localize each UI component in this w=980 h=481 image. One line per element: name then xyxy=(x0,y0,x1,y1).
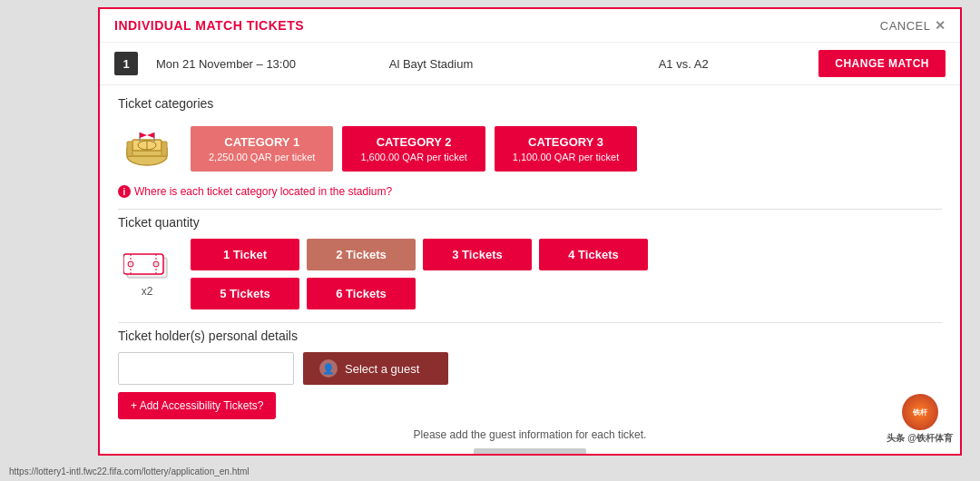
accessibility-button[interactable]: + Add Accessibility Tickets? xyxy=(118,392,276,419)
modal-title: INDIVIDUAL MATCH TICKETS xyxy=(114,18,304,33)
cat-2-price: 1,600.00 QAR per ticket xyxy=(360,152,466,162)
modal-header: INDIVIDUAL MATCH TICKETS CANCEL ✕ xyxy=(100,9,960,43)
accessibility-label: + Add Accessibility Tickets? xyxy=(131,399,263,412)
cat-3-name: CATEGORY 3 xyxy=(513,135,619,149)
footer-url: https://lottery1-intl.fwc22.fifa.com/lot… xyxy=(9,466,250,476)
qty-6-button[interactable]: 6 Tickets xyxy=(307,278,416,309)
svg-rect-6 xyxy=(162,142,167,156)
watermark: 铁杆 头条 @铁杆体育 xyxy=(887,394,953,445)
qty-2-button[interactable]: 2 Tickets xyxy=(307,239,416,270)
categories-buttons: CATEGORY 1 2,250.00 QAR per ticket CATEG… xyxy=(191,126,637,172)
ticket-quantity-section: Ticket quantity x2 xyxy=(118,215,942,309)
info-text: Where is each ticket category located in… xyxy=(134,185,392,198)
close-icon: ✕ xyxy=(935,18,946,33)
divider-2 xyxy=(118,322,942,323)
category-1-button[interactable]: CATEGORY 1 2,250.00 QAR per ticket xyxy=(191,126,333,172)
svg-marker-8 xyxy=(140,133,147,138)
quantity-title: Ticket quantity xyxy=(118,215,942,230)
divider-1 xyxy=(118,209,942,210)
qty-5-button[interactable]: 5 Tickets xyxy=(191,278,299,309)
cat-3-price: 1,100.00 QAR per ticket xyxy=(513,152,619,162)
holder-row: 👤 Select a guest xyxy=(118,352,942,385)
watermark-text: 头条 @铁杆体育 xyxy=(887,432,953,445)
category-3-button[interactable]: CATEGORY 3 1,100.00 QAR per ticket xyxy=(495,126,637,172)
svg-point-15 xyxy=(128,261,133,267)
svg-point-16 xyxy=(153,261,159,267)
watermark-logo: 铁杆 xyxy=(902,394,938,430)
cancel-label: CANCEL xyxy=(880,19,931,33)
modal-body: Ticket categories xyxy=(100,85,960,454)
holder-title: Ticket holder(s) personal details xyxy=(118,329,942,343)
match-teams: A1 vs. A2 xyxy=(566,57,800,71)
category-info-link[interactable]: i Where is each ticket category located … xyxy=(118,185,942,198)
match-date: Mon 21 November – 13:00 xyxy=(156,57,296,71)
info-icon: i xyxy=(118,185,131,198)
cat-1-price: 2,250.00 QAR per ticket xyxy=(209,152,315,162)
categories-row: CATEGORY 1 2,250.00 QAR per ticket CATEG… xyxy=(118,120,942,178)
holder-name-input[interactable] xyxy=(118,352,294,385)
stadium-icon xyxy=(118,120,176,178)
category-2-button[interactable]: CATEGORY 2 1,600.00 QAR per ticket xyxy=(342,126,485,172)
cat-1-name: CATEGORY 1 xyxy=(209,135,315,149)
svg-rect-5 xyxy=(127,142,132,156)
select-guest-button[interactable]: 👤 Select a guest xyxy=(303,352,448,385)
ticket-x2-label: x2 xyxy=(142,285,153,298)
page-wrapper: INDIVIDUAL MATCH TICKETS CANCEL ✕ 1 Mon … xyxy=(0,0,980,481)
modal-container: INDIVIDUAL MATCH TICKETS CANCEL ✕ 1 Mon … xyxy=(98,7,962,456)
quantity-row-1: 1 Ticket 2 Tickets 3 Tickets 4 Tickets xyxy=(191,239,648,270)
quantity-row: x2 1 Ticket 2 Tickets 3 Tickets 4 Ticket… xyxy=(118,239,942,309)
cancel-button[interactable]: CANCEL ✕ xyxy=(880,18,946,33)
qty-4-button[interactable]: 4 Tickets xyxy=(539,239,648,270)
confirm-button[interactable]: CONFIRM xyxy=(474,448,586,454)
quantity-row-2: 5 Tickets 6 Tickets xyxy=(191,278,648,309)
change-match-button[interactable]: CHANGE MATCH xyxy=(818,50,946,77)
select-guest-label: Select a guest xyxy=(345,362,419,376)
ticket-icon xyxy=(123,250,171,283)
match-bar: 1 Mon 21 November – 13:00 Al Bayt Stadiu… xyxy=(100,43,960,85)
match-stadium: Al Bayt Stadium xyxy=(314,57,548,71)
ticket-icon-wrap: x2 xyxy=(118,250,176,298)
bottom-bar: https://lottery1-intl.fwc22.fifa.com/lot… xyxy=(0,461,980,481)
qty-1-button[interactable]: 1 Ticket xyxy=(191,239,299,270)
guest-info-note: Please add the guest information for eac… xyxy=(118,428,942,441)
person-icon: 👤 xyxy=(319,359,338,378)
match-number: 1 xyxy=(114,52,138,75)
svg-marker-10 xyxy=(147,133,154,138)
qty-3-button[interactable]: 3 Tickets xyxy=(423,239,532,270)
categories-title: Ticket categories xyxy=(118,96,942,111)
quantity-buttons: 1 Ticket 2 Tickets 3 Tickets 4 Tickets 5… xyxy=(191,239,648,309)
ticket-categories-section: Ticket categories xyxy=(118,96,942,198)
holder-section: Ticket holder(s) personal details 👤 Sele… xyxy=(118,329,942,454)
cat-2-name: CATEGORY 2 xyxy=(360,135,466,149)
